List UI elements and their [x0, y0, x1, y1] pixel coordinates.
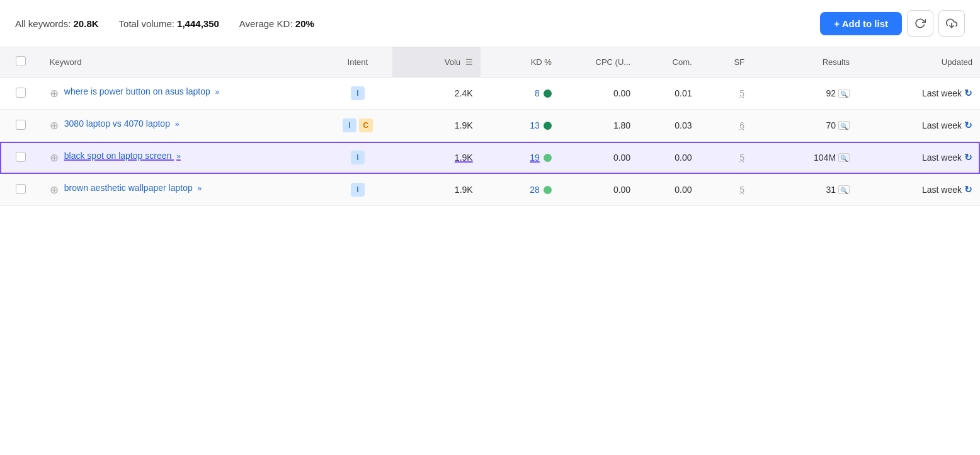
volume-cell: 1.9K [392, 142, 480, 174]
updated-value: Last week [922, 120, 962, 130]
updated-value: Last week [922, 153, 962, 163]
results-value: 92 [826, 88, 836, 98]
row-refresh-icon[interactable]: ↻ [964, 120, 972, 131]
intent-cell: I [322, 174, 392, 206]
volume-cell: 1.9K [392, 174, 480, 206]
updated-cell: Last week ↻ [857, 174, 980, 206]
volume-cell: 2.4K [392, 78, 480, 110]
keyword-chevron-icon: » [175, 120, 179, 129]
sf-value: 5 [739, 153, 744, 163]
col-com[interactable]: Com. [638, 47, 699, 78]
com-value: 0.00 [675, 185, 692, 195]
results-search-icon[interactable]: 🔍 [838, 89, 850, 98]
updated-value: Last week [922, 185, 962, 195]
sf-cell: 5 [700, 174, 753, 206]
col-results[interactable]: Results [752, 47, 857, 78]
total-volume-label: Total volume: [119, 18, 174, 29]
kd-value: 13 [530, 120, 540, 130]
all-keywords-label: All keywords: [15, 18, 71, 29]
row-checkbox-cell [0, 110, 42, 142]
add-keyword-icon[interactable]: ⊕ [50, 119, 59, 132]
col-volume[interactable]: Volu ☰ [392, 47, 480, 78]
col-keyword[interactable]: Keyword [42, 47, 322, 78]
row-refresh-icon[interactable]: ↻ [964, 152, 972, 163]
keyword-text[interactable]: brown aesthetic wallpaper laptop » [64, 183, 202, 193]
results-value: 70 [826, 120, 836, 130]
keyword-chevron-icon: » [176, 152, 181, 161]
col-com-label: Com. [673, 57, 692, 67]
keyword-cell: ⊕ brown aesthetic wallpaper laptop » [42, 174, 322, 206]
table-body: ⊕ where is power button on asus laptop »… [0, 78, 980, 206]
col-sf[interactable]: SF [700, 47, 753, 78]
sf-value: 5 [739, 88, 744, 98]
refresh-button[interactable] [907, 10, 933, 37]
com-value: 0.00 [675, 153, 692, 163]
table-header-row: Keyword Intent Volu ☰ KD % CPC (U... [0, 47, 980, 78]
col-keyword-label: Keyword [50, 57, 82, 67]
kd-value: 8 [535, 88, 540, 98]
intent-badge-i: I [351, 86, 365, 100]
row-refresh-icon[interactable]: ↻ [964, 88, 972, 99]
row-refresh-icon[interactable]: ↻ [964, 184, 972, 195]
cpc-cell: 0.00 [559, 78, 638, 110]
row-checkbox[interactable] [16, 120, 26, 130]
add-keyword-icon[interactable]: ⊕ [50, 87, 59, 100]
add-keyword-icon[interactable]: ⊕ [50, 151, 59, 164]
kd-value: 19 [530, 153, 540, 163]
keyword-text[interactable]: black spot on laptop screen » [64, 151, 181, 161]
volume-value: 2.4K [455, 88, 473, 98]
sf-cell: 5 [700, 78, 753, 110]
row-checkbox-cell [0, 78, 42, 110]
col-kd[interactable]: KD % [481, 47, 559, 78]
all-keywords-value: 20.8K [74, 18, 99, 29]
select-all-checkbox[interactable] [16, 56, 26, 66]
average-kd-value: 20% [295, 18, 314, 29]
refresh-icon [914, 18, 926, 29]
results-search-icon[interactable]: 🔍 [838, 185, 850, 194]
com-value: 0.03 [675, 120, 692, 130]
add-keyword-icon[interactable]: ⊕ [50, 183, 59, 197]
row-checkbox[interactable] [16, 184, 26, 194]
results-value: 104M [814, 153, 836, 163]
sort-icon: ☰ [465, 57, 473, 67]
sf-cell: 6 [700, 110, 753, 142]
cpc-cell: 0.00 [559, 174, 638, 206]
col-intent-label: Intent [348, 57, 368, 67]
export-icon [946, 18, 957, 29]
keyword-cell: ⊕ where is power button on asus laptop » [42, 78, 322, 110]
table-row: ⊕ where is power button on asus laptop »… [0, 78, 980, 110]
col-updated[interactable]: Updated [857, 47, 980, 78]
keyword-text[interactable]: where is power button on asus laptop » [64, 86, 220, 96]
table-row: ⊕ brown aesthetic wallpaper laptop » I1.… [0, 174, 980, 206]
kd-cell: 28 [481, 174, 559, 206]
col-cpc-label: CPC (U... [596, 57, 631, 67]
keywords-table: Keyword Intent Volu ☰ KD % CPC (U... [0, 47, 980, 206]
updated-cell: Last week ↻ [857, 78, 980, 110]
results-cell: 70 🔍 [752, 110, 857, 142]
kd-cell: 19 [481, 142, 559, 174]
all-keywords-stat: All keywords: 20.8K [15, 18, 99, 29]
kd-value: 28 [530, 185, 540, 195]
add-to-list-button[interactable]: + Add to list [820, 12, 902, 35]
col-cpc[interactable]: CPC (U... [559, 47, 638, 78]
keyword-text[interactable]: 3080 laptop vs 4070 laptop » [64, 118, 179, 129]
export-button[interactable] [938, 10, 965, 37]
results-search-icon[interactable]: 🔍 [838, 121, 850, 130]
col-volume-label: Volu [445, 57, 460, 67]
total-volume-stat: Total volume: 1,444,350 [119, 18, 219, 29]
sf-value: 5 [739, 185, 744, 195]
results-search-icon[interactable]: 🔍 [838, 153, 850, 162]
select-all-header[interactable] [0, 47, 42, 78]
row-checkbox-cell [0, 174, 42, 206]
keyword-cell: ⊕ black spot on laptop screen » [42, 142, 322, 174]
kd-dot-icon [544, 122, 552, 130]
sf-value: 6 [739, 120, 744, 130]
row-checkbox[interactable] [16, 152, 26, 162]
col-results-label: Results [823, 57, 850, 67]
row-checkbox[interactable] [16, 88, 26, 98]
com-cell: 0.00 [638, 142, 699, 174]
stats-bar: All keywords: 20.8K Total volume: 1,444,… [0, 0, 980, 47]
volume-value: 1.9K [455, 120, 473, 130]
col-intent[interactable]: Intent [322, 47, 392, 78]
results-cell: 104M 🔍 [752, 142, 857, 174]
